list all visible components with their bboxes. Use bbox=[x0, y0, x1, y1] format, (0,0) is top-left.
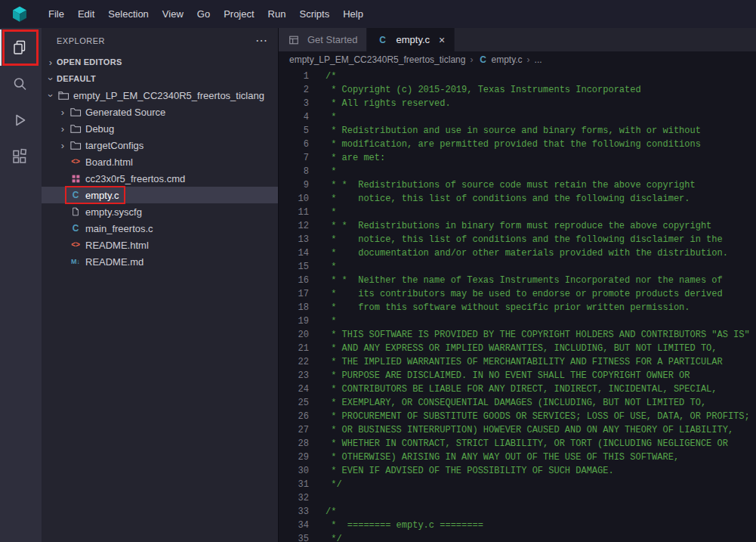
line-number: 1 bbox=[279, 70, 309, 83]
tree-item-main-freertos-c[interactable]: Cmain_freertos.c bbox=[42, 220, 278, 237]
tree-item-board-html[interactable]: <>Board.html bbox=[42, 153, 278, 170]
line-number: 29 bbox=[279, 451, 309, 464]
line-number: 31 bbox=[279, 478, 309, 491]
menubar: FileEditSelectionViewGoProjectRunScripts… bbox=[0, 0, 756, 28]
breadcrumb-label: ... bbox=[535, 54, 542, 65]
c-file-icon: C bbox=[69, 190, 82, 200]
menu-item-file[interactable]: File bbox=[42, 5, 71, 23]
line-number: 17 bbox=[279, 287, 309, 301]
ccs-logo-icon bbox=[10, 5, 29, 24]
code-line: 24 * CONTRIBUTORS BE LIABLE FOR ANY DIRE… bbox=[279, 382, 756, 396]
breadcrumb-item-[interactable]: ... bbox=[535, 54, 542, 65]
workspace-section[interactable]: DEFAULT bbox=[42, 70, 278, 87]
tree-item-generated-source[interactable]: Generated Source bbox=[42, 104, 278, 120]
code-line: 14 * documentation and/or other material… bbox=[279, 246, 756, 260]
tree-item-readme-md[interactable]: M↓README.md bbox=[42, 253, 278, 270]
c-file-icon: C bbox=[477, 55, 488, 64]
tree-item-label: empty_LP_EM_CC2340R5_freertos_ticlang bbox=[73, 90, 264, 101]
project-folder-icon bbox=[57, 90, 70, 101]
code-text: * EXEMPLARY, OR CONSEQUENTIAL DAMAGES (I… bbox=[326, 396, 706, 410]
code-text: /* bbox=[326, 505, 336, 519]
code-text: * * Redistributions of source code must … bbox=[326, 178, 696, 192]
code-text: * THIS SOFTWARE IS PROVIDED BY THE COPYR… bbox=[326, 328, 750, 342]
code-line: 12 * * Redistributions in binary form mu… bbox=[279, 219, 756, 233]
code-text: * ======== empty.c ======== bbox=[326, 519, 483, 532]
line-number: 7 bbox=[279, 151, 309, 165]
line-number: 22 bbox=[279, 355, 309, 369]
code-line: 3 * All rights reserved. bbox=[279, 97, 756, 110]
menu-item-view[interactable]: View bbox=[156, 5, 190, 23]
tree-item-label: Generated Source bbox=[85, 107, 165, 118]
breadcrumb-separator: › bbox=[527, 54, 530, 65]
code-text: * Copyright (c) 2015-2019, Texas Instrum… bbox=[326, 83, 641, 97]
tree-item-label: empty.c bbox=[85, 190, 119, 201]
code-text: * EVEN IF ADVISED OF THE POSSIBILITY OF … bbox=[326, 464, 614, 478]
line-number: 35 bbox=[279, 532, 309, 542]
tab-empty-c[interactable]: Cempty.c× bbox=[367, 28, 455, 51]
code-text: */ bbox=[326, 532, 342, 542]
tree-item-label: Board.html bbox=[85, 156, 133, 168]
code-editor[interactable]: 1/*2 * Copyright (c) 2015-2019, Texas In… bbox=[279, 68, 756, 542]
chevron-right-icon bbox=[57, 140, 69, 151]
code-text: * All rights reserved. bbox=[326, 97, 451, 110]
tab-get-started[interactable]: Get Started bbox=[279, 28, 367, 51]
breadcrumb-item-empty-c[interactable]: Cempty.c bbox=[477, 54, 522, 65]
explorer-sidebar: EXPLORER OPEN EDITORS DEFAULT empty_LP_E… bbox=[42, 28, 278, 542]
menu-item-help[interactable]: Help bbox=[336, 5, 370, 23]
code-text: * PROCUREMENT OF SUBSTITUTE GOODS OR SER… bbox=[326, 410, 750, 423]
code-text: * WHETHER IN CONTRACT, STRICT LIABILITY,… bbox=[326, 437, 728, 451]
more-actions-icon[interactable] bbox=[255, 37, 267, 45]
code-text: * are met: bbox=[326, 151, 385, 165]
code-line: 13 * notice, this list of conditions and… bbox=[279, 233, 756, 246]
code-line: 2 * Copyright (c) 2015-2019, Texas Instr… bbox=[279, 83, 756, 97]
code-line: 26 * PROCUREMENT OF SUBSTITUTE GOODS OR … bbox=[279, 410, 756, 423]
tree-item-label: cc23x0r5_freertos.cmd bbox=[85, 173, 185, 184]
code-text: * notice, this list of conditions and th… bbox=[326, 233, 723, 246]
close-icon[interactable]: × bbox=[439, 34, 445, 46]
breadcrumb: empty_LP_EM_CC2340R5_freertos_ticlang›Ce… bbox=[279, 51, 756, 68]
sidebar-title: EXPLORER bbox=[57, 36, 105, 45]
tree-item-empty-syscfg[interactable]: empty.syscfg bbox=[42, 203, 278, 220]
open-editors-section[interactable]: OPEN EDITORS bbox=[42, 54, 278, 70]
code-text: * bbox=[326, 206, 336, 219]
activity-extensions[interactable] bbox=[0, 138, 42, 175]
code-line: 32 bbox=[279, 491, 756, 505]
code-text: * bbox=[326, 165, 336, 178]
html-file-icon: <> bbox=[69, 241, 82, 249]
code-text: * AND ANY EXPRESS OR IMPLIED WARRANTIES,… bbox=[326, 342, 717, 355]
activity-explorer[interactable] bbox=[0, 29, 42, 66]
search-icon bbox=[9, 75, 30, 93]
code-line: 31 */ bbox=[279, 478, 756, 491]
code-line: 23 * PURPOSE ARE DISCLAIMED. IN NO EVENT… bbox=[279, 369, 756, 382]
menu-item-scripts[interactable]: Scripts bbox=[292, 5, 336, 23]
folder-icon bbox=[69, 107, 82, 118]
tree-item-empty-c[interactable]: Cempty.c bbox=[42, 187, 278, 203]
menu-item-go[interactable]: Go bbox=[190, 5, 217, 23]
run-debug-icon bbox=[9, 111, 30, 129]
line-number: 21 bbox=[279, 342, 309, 355]
code-line: 6 * modification, are permitted provided… bbox=[279, 138, 756, 151]
menu-item-project[interactable]: Project bbox=[217, 5, 261, 23]
tree-item-empty-lp-em-cc2340r5-freertos-ticlang[interactable]: empty_LP_EM_CC2340R5_freertos_ticlang bbox=[42, 87, 278, 104]
menu-item-selection[interactable]: Selection bbox=[101, 5, 155, 23]
open-editors-label: OPEN EDITORS bbox=[57, 57, 122, 67]
menu-item-run[interactable]: Run bbox=[261, 5, 293, 23]
line-number: 6 bbox=[279, 138, 309, 151]
files-icon bbox=[9, 39, 30, 57]
code-text: /* bbox=[326, 70, 336, 83]
code-line: 16 * * Neither the name of Texas Instrum… bbox=[279, 274, 756, 287]
tree-item-readme-html[interactable]: <>README.html bbox=[42, 237, 278, 253]
breadcrumb-item-empty-lp-em-cc2340r5-freertos-ticlang[interactable]: empty_LP_EM_CC2340R5_freertos_ticlang bbox=[289, 54, 465, 65]
activity-run-debug[interactable] bbox=[0, 102, 42, 138]
tree-item-debug[interactable]: Debug bbox=[42, 120, 278, 137]
activity-search[interactable] bbox=[0, 66, 42, 102]
app-logo[interactable] bbox=[0, 5, 42, 24]
tree-item-targetconfigs[interactable]: targetConfigs bbox=[42, 137, 278, 153]
tree-item-cc23x0r5-freertos-cmd[interactable]: cc23x0r5_freertos.cmd bbox=[42, 170, 278, 187]
code-line: 20 * THIS SOFTWARE IS PROVIDED BY THE CO… bbox=[279, 328, 756, 342]
line-number: 2 bbox=[279, 83, 309, 97]
tree-item-label: README.html bbox=[85, 240, 149, 251]
line-number: 15 bbox=[279, 260, 309, 274]
code-line: 21 * AND ANY EXPRESS OR IMPLIED WARRANTI… bbox=[279, 342, 756, 355]
menu-item-edit[interactable]: Edit bbox=[71, 5, 101, 23]
